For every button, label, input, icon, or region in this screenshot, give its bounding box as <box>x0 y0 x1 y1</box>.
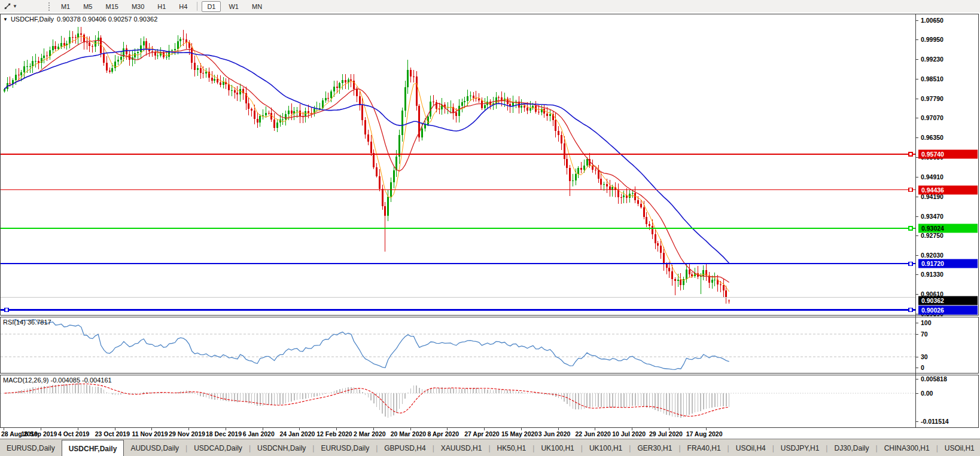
candle-down <box>86 42 88 43</box>
timeframe-button-mn[interactable]: MN <box>246 1 267 12</box>
candle-down <box>211 78 213 81</box>
candle-up <box>239 89 241 94</box>
timeframe-button-d1[interactable]: D1 <box>202 1 221 12</box>
candle-down <box>564 143 565 159</box>
candle-up <box>407 70 409 87</box>
date-label: 24 Jan 2020 <box>279 430 315 437</box>
price-line-label-box: 0.95740 <box>918 150 978 159</box>
candle-up <box>702 270 704 276</box>
macd-panel: MACD(12,26,9) -0.004085 -0.004161 <box>0 375 979 428</box>
candle-down <box>558 131 559 135</box>
chart-tab[interactable]: USOil,H1 <box>938 439 980 456</box>
candle-up <box>231 90 233 91</box>
timeframe-button-m15[interactable]: M15 <box>100 1 123 12</box>
candle-up <box>683 279 684 286</box>
chart-tab[interactable]: GER30,H1 <box>631 439 678 456</box>
chart-tab[interactable]: CHINA300,H1 <box>878 439 936 456</box>
candle-up <box>134 53 136 58</box>
candle-up <box>583 166 585 170</box>
candle-up <box>52 46 54 50</box>
line-anchor-handle <box>909 152 912 156</box>
chart-tab[interactable]: USDCNH,Daily <box>251 439 312 456</box>
candle-down <box>652 226 653 234</box>
rsi-canvas[interactable] <box>1 317 916 373</box>
candle-down <box>473 96 474 97</box>
chart-tab[interactable]: UK100,H1 <box>534 439 580 456</box>
candle-up <box>387 197 389 216</box>
candle-down <box>663 253 665 264</box>
price-axis-label: 0.91330 <box>921 271 944 278</box>
candle-up <box>265 113 267 115</box>
price-axis-tick <box>916 197 918 197</box>
cursor-tool-icon[interactable] <box>2 2 12 11</box>
chart-tab-active[interactable]: USDCHF,Daily <box>62 440 124 456</box>
timeframe-button-h1[interactable]: H1 <box>152 1 171 12</box>
candle-down <box>103 53 105 63</box>
timeframe-button-m1[interactable]: M1 <box>56 1 75 12</box>
rsi-axis-tick <box>916 323 918 323</box>
candle-up <box>171 50 173 51</box>
candle-down <box>370 142 372 153</box>
timeframe-button-w1[interactable]: W1 <box>223 1 244 12</box>
dropdown-caret-icon[interactable]: ▼ <box>13 4 17 9</box>
price-axis-label: 0.92030 <box>921 252 944 259</box>
candle-down <box>350 79 352 81</box>
chart-tab[interactable]: UK100,H1 <box>583 439 629 456</box>
candle-down <box>63 43 65 45</box>
candle-down <box>80 33 82 35</box>
candle-up <box>586 159 588 166</box>
candle-down <box>270 113 272 120</box>
macd-axis-label: 0.00 <box>921 390 933 397</box>
line-anchor-handle <box>909 262 912 265</box>
chart-tab[interactable]: USDJPY,H1 <box>774 439 826 456</box>
candle-down <box>674 279 676 281</box>
chart-tab[interactable]: EURUSD,Daily <box>314 439 376 456</box>
price-axis-label: 0.94910 <box>921 173 944 180</box>
candle-down <box>561 135 562 143</box>
macd-canvas[interactable] <box>1 375 916 427</box>
date-label: 15 May 2020 <box>501 430 538 437</box>
rsi-axis-label: 0 <box>921 364 924 371</box>
date-axis[interactable]: 28 Aug 201916 Sep 20194 Oct 201923 Oct 2… <box>0 428 915 439</box>
candle-down <box>595 170 596 170</box>
chart-tab[interactable]: EURUSD,Daily <box>0 439 62 456</box>
candle-up <box>120 57 122 60</box>
price-axis-label: 0.92750 <box>921 232 944 239</box>
candle-down <box>416 76 418 106</box>
chart-symbol-period: USDCHF,Daily <box>11 16 54 23</box>
candle-down <box>109 71 111 72</box>
candle-up <box>140 45 142 52</box>
candle-up <box>464 101 465 103</box>
timeframe-button-m5[interactable]: M5 <box>78 1 98 12</box>
candle-down <box>356 89 358 96</box>
candle-down <box>580 168 582 170</box>
chart-tab[interactable]: USOil,H4 <box>729 439 772 456</box>
chart-tab[interactable]: GBPUSD,H4 <box>378 439 432 456</box>
chart-collapse-icon[interactable]: ▼ <box>3 17 8 22</box>
chart-tab[interactable]: USDCAD,Daily <box>187 439 249 456</box>
chart-tab[interactable]: FRA40,H1 <box>681 439 728 456</box>
line-anchor-handle <box>909 308 912 312</box>
candle-down <box>723 285 725 290</box>
date-label: 20 Mar 2020 <box>391 430 427 437</box>
main-chart-canvas[interactable] <box>1 14 916 315</box>
candle-up <box>111 68 113 72</box>
candle-up <box>157 56 159 56</box>
candle-up <box>117 60 119 62</box>
chart-tab[interactable]: DJ30,Daily <box>827 439 875 456</box>
candle-up <box>421 128 423 137</box>
chart-tab[interactable]: AUDUSD,Daily <box>124 439 185 456</box>
timeframe-button-m30[interactable]: M30 <box>126 1 150 12</box>
chart-tab[interactable]: HK50,H1 <box>491 439 533 456</box>
timeframe-button-h4[interactable]: H4 <box>174 1 193 12</box>
price-axis[interactable]: 1.006500.999500.992300.985100.977900.970… <box>916 13 980 439</box>
candle-down <box>643 207 645 217</box>
candle-down <box>148 50 150 51</box>
candle-up <box>177 41 179 49</box>
candle-up <box>166 57 168 57</box>
candle-up <box>43 56 45 59</box>
candle-down <box>617 190 619 197</box>
candle-down <box>481 100 483 108</box>
chart-tab[interactable]: XAUUSD,H1 <box>434 439 489 456</box>
price-axis-label: 0.99950 <box>921 36 944 43</box>
